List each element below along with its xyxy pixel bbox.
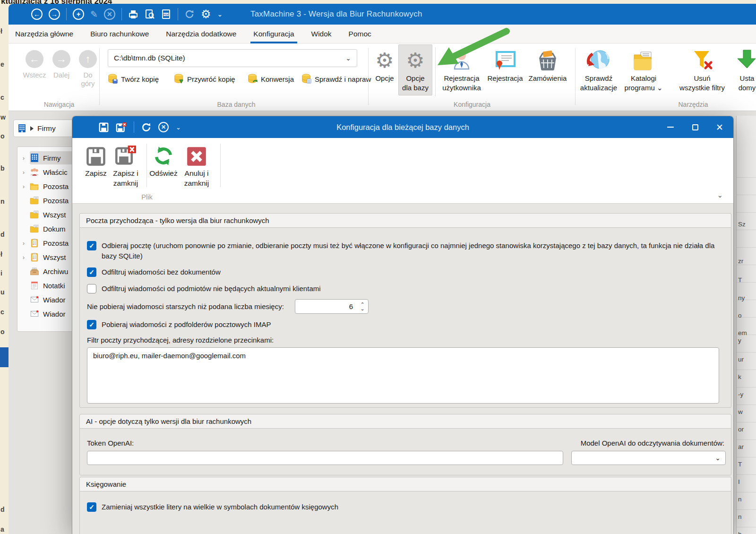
envelope-icon bbox=[30, 295, 39, 304]
checkbox-checked-icon[interactable]: ✓ bbox=[87, 502, 96, 512]
cancel-close-button[interactable]: Anuluj i zamknij bbox=[178, 142, 215, 188]
sidebar-header-label: Firmy bbox=[37, 124, 56, 133]
spinner-arrows[interactable]: ⌃⌄ bbox=[357, 302, 368, 311]
create-backup-button[interactable]: Twórz kopię bbox=[108, 72, 159, 86]
checkbox-filter-no-documents[interactable]: ✓ Odfiltruj wiadomości bez dokumentów bbox=[87, 267, 221, 277]
toolbar-more-chevron-icon[interactable]: ⌄ bbox=[217, 11, 223, 17]
add-icon[interactable]: + bbox=[73, 9, 84, 20]
dialog-titlebar[interactable]: ✕ ⌄ Konfiguracja dla bieżącej bazy danyc… bbox=[72, 116, 733, 138]
section-ksiegowanie: Księgowanie ✓ Zamieniaj wszystkie litery… bbox=[79, 477, 731, 534]
tree-item-pozostale-3[interactable]: › Pozosta bbox=[17, 236, 80, 250]
program-catalogs-label: Katalogi programu ⌄ bbox=[616, 74, 671, 93]
forward-icon[interactable]: → bbox=[49, 9, 60, 20]
bg-fragment: d bbox=[0, 231, 5, 238]
print-preview-icon[interactable] bbox=[145, 9, 155, 19]
program-catalogs-button[interactable]: Katalogi programu ⌄ bbox=[616, 46, 671, 93]
tree-item-pozostale-2[interactable]: Pozosta bbox=[17, 193, 80, 207]
expand-chevron-icon[interactable]: › bbox=[17, 254, 30, 261]
orders-button[interactable]: Zamówienia bbox=[523, 46, 572, 83]
options-label: Opcje bbox=[370, 74, 399, 83]
tree-item-notatki[interactable]: Notatki bbox=[17, 278, 80, 293]
sidebar-header[interactable]: Firmy bbox=[13, 120, 75, 137]
restore-backup-button[interactable]: Przywróć kopię bbox=[174, 72, 235, 86]
pdf-export-icon[interactable]: PDF bbox=[161, 9, 172, 19]
database-convert-icon bbox=[248, 74, 258, 84]
print-icon[interactable] bbox=[128, 9, 138, 19]
expand-chevron-icon[interactable]: › bbox=[17, 240, 30, 247]
checkbox-imap-subfolders[interactable]: ✓ Pobieraj wiadomości z podfolderów pocz… bbox=[87, 319, 271, 330]
menu-bar: Narzędzia główne Biuro rachunkowe Narzęd… bbox=[9, 25, 756, 43]
checkbox-checked-icon[interactable]: ✓ bbox=[87, 320, 96, 329]
refresh-label: Odśwież bbox=[145, 168, 182, 178]
tab-widok[interactable]: Widok bbox=[311, 25, 332, 43]
checkbox-checked-icon[interactable]: ✓ bbox=[87, 267, 96, 277]
expand-chevron-icon[interactable]: › bbox=[17, 155, 30, 162]
checkbox-checked-icon[interactable]: ✓ bbox=[87, 241, 96, 250]
back-icon[interactable]: ← bbox=[31, 9, 43, 20]
ribbon-collapse-chevron-icon[interactable]: ⌄ bbox=[717, 191, 723, 199]
back-button[interactable]: ← bbox=[26, 50, 43, 68]
user-registration-button[interactable]: Rejestracja użytkownika bbox=[434, 46, 489, 93]
folder-icon bbox=[632, 51, 655, 71]
up-button[interactable]: ↑ bbox=[79, 50, 97, 68]
expand-chevron-icon[interactable]: › bbox=[17, 183, 30, 190]
tab-konfiguracja[interactable]: Konfiguracja bbox=[253, 25, 294, 43]
tree-item-wszystkie-2[interactable]: › Wszyst bbox=[17, 250, 80, 264]
set-defaults-button[interactable]: Usta domy bbox=[726, 46, 756, 93]
clear-filters-button[interactable]: Usuń wszystkie filtry bbox=[673, 46, 731, 93]
floppy-icon bbox=[86, 146, 106, 166]
tree-item-wiadomosci-1[interactable]: Wiador bbox=[17, 293, 80, 307]
clear-filters-label: Usuń wszystkie filtry bbox=[673, 74, 731, 93]
tab-narzedzia-glowne[interactable]: Narzędzia główne bbox=[15, 25, 73, 43]
tree-item-pozostale-1[interactable]: › Pozosta bbox=[17, 179, 80, 193]
tree-item-firmy[interactable]: › Firmy bbox=[17, 151, 80, 165]
checkbox-receive-mail[interactable]: ✓ Odbieraj pocztę (uruchom ponownie po z… bbox=[87, 241, 722, 261]
tab-narzedzia-dodatkowe[interactable]: Narzędzia dodatkowe bbox=[166, 25, 236, 43]
check-repair-button[interactable]: Sprawdź i napraw bbox=[301, 72, 371, 86]
main-titlebar: ← → + ✎ ✕ PDF ⚙ bbox=[9, 4, 756, 25]
group-separator bbox=[575, 48, 576, 105]
database-check-icon bbox=[301, 74, 312, 84]
refresh-icon[interactable] bbox=[184, 9, 195, 19]
tree-item-archiwum[interactable]: Archiwu bbox=[17, 264, 80, 278]
checkbox-unchecked-icon[interactable] bbox=[87, 284, 96, 293]
db-options-button[interactable]: ⚙ Opcje dla bazy bbox=[399, 46, 432, 93]
settings-gear-icon[interactable]: ⚙ bbox=[201, 9, 211, 20]
restore-backup-label: Przywróć kopię bbox=[187, 75, 235, 83]
conversion-button[interactable]: Konwersja bbox=[248, 72, 294, 86]
forward-button[interactable]: → bbox=[52, 50, 70, 68]
refresh-button[interactable]: Odśwież bbox=[145, 142, 182, 178]
checkbox-filter-non-clients[interactable]: Odfiltruj wiadomości od podmiotów nie bę… bbox=[87, 284, 321, 294]
tree-item-wiadomosci-2[interactable]: Wiador bbox=[17, 307, 80, 321]
database-path-combo[interactable]: C:\db\tmn.db (SQLite) ⌄ bbox=[108, 49, 357, 67]
openai-model-select[interactable]: ⌄ bbox=[571, 451, 726, 465]
tab-pomoc[interactable]: Pomoc bbox=[349, 25, 371, 43]
separator bbox=[220, 144, 221, 187]
group-label-baza-danych: Baza danych bbox=[217, 101, 256, 108]
tree-item-wszystkie-1[interactable]: Wszyst bbox=[17, 207, 80, 222]
bg-fragment: o bbox=[0, 132, 5, 140]
months-spinner[interactable]: 6 ⌃⌄ bbox=[295, 299, 369, 314]
app-title: TaxMachine 3 - Wersja dla Biur Rachunkow… bbox=[250, 4, 422, 25]
edit-pencil-icon[interactable]: ✎ bbox=[90, 10, 98, 19]
set-defaults-label: Usta domy bbox=[726, 74, 756, 93]
expand-chevron-icon[interactable]: › bbox=[17, 169, 30, 176]
tree-item-dokumenty[interactable]: Dokum bbox=[17, 222, 80, 236]
config-dialog: ✕ ⌄ Konfiguracja dla bieżącej bazy danyc… bbox=[72, 116, 734, 534]
save-close-button[interactable]: Zapisz i zamknij bbox=[107, 142, 144, 188]
tab-biuro-rachunkowe[interactable]: Biuro rachunkowe bbox=[90, 25, 149, 43]
openai-token-label: Token OpenAI: bbox=[87, 439, 134, 447]
delete-icon[interactable]: ✕ bbox=[104, 9, 115, 20]
maximize-button[interactable] bbox=[690, 122, 700, 132]
checkbox-uppercase-symbols[interactable]: ✓ Zamieniaj wszystkie litery na wielkie … bbox=[87, 502, 338, 512]
close-button[interactable]: ✕ bbox=[714, 122, 725, 132]
openai-token-input[interactable] bbox=[87, 451, 563, 465]
registration-button[interactable]: Rejestracja bbox=[481, 46, 529, 83]
tree-item-wlasciciele[interactable]: › Właścic bbox=[17, 165, 80, 179]
ribbon-group-nawigacja: ← → ↑ Wstecz Dalej Do góry Nawigacja bbox=[14, 43, 99, 111]
chevron-down-icon: ⌄ bbox=[345, 54, 351, 62]
expand-arrow-icon bbox=[30, 126, 34, 131]
minimize-button[interactable] bbox=[665, 122, 676, 132]
mail-filter-textarea[interactable]: biuro@riph.eu, mailer-daemon@googlemail.… bbox=[87, 347, 719, 404]
options-button[interactable]: ⚙ Opcje bbox=[370, 46, 399, 83]
